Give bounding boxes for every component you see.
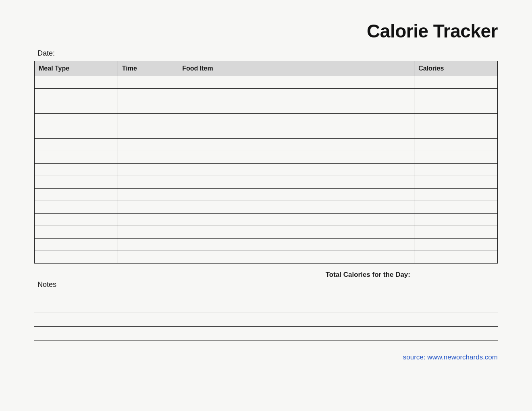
notes-label: Notes [34,280,498,289]
table-row [35,164,498,176]
cell-calories[interactable] [414,189,498,201]
table-row [35,189,498,201]
cell-calories[interactable] [414,164,498,176]
cell-time[interactable] [118,126,178,139]
date-label: Date: [34,49,498,58]
cell-time[interactable] [118,176,178,189]
cell-food_item[interactable] [178,201,414,214]
table-row [35,76,498,89]
col-header-fooditem: Food Item [178,61,414,76]
cell-time[interactable] [118,189,178,201]
cell-time[interactable] [118,239,178,251]
cell-food_item[interactable] [178,164,414,176]
cell-meal_type[interactable] [35,176,118,189]
source-link[interactable]: source: www.neworchards.com [403,353,498,361]
cell-calories[interactable] [414,214,498,226]
table-row [35,126,498,139]
table-row [35,101,498,114]
cell-time[interactable] [118,251,178,264]
cell-meal_type[interactable] [35,114,118,126]
table-row [35,201,498,214]
total-label: Total Calories for the Day: [34,271,414,279]
cell-time[interactable] [118,114,178,126]
note-line[interactable] [34,328,498,340]
source-link-wrap: source: www.neworchards.com [34,353,498,361]
table-row [35,89,498,101]
page-title: Calorie Tracker [34,20,498,42]
cell-food_item[interactable] [178,151,414,164]
table-row [35,214,498,226]
total-row: Total Calories for the Day: [34,271,498,279]
cell-meal_type[interactable] [35,189,118,201]
cell-meal_type[interactable] [35,239,118,251]
cell-meal_type[interactable] [35,251,118,264]
cell-meal_type[interactable] [35,226,118,239]
cell-time[interactable] [118,76,178,89]
table-row [35,176,498,189]
table-row [35,239,498,251]
cell-meal_type[interactable] [35,89,118,101]
cell-meal_type[interactable] [35,139,118,151]
total-value [414,271,498,279]
cell-meal_type[interactable] [35,201,118,214]
cell-calories[interactable] [414,126,498,139]
cell-time[interactable] [118,151,178,164]
table-row [35,251,498,264]
table-row [35,139,498,151]
table-row [35,151,498,164]
cell-time[interactable] [118,139,178,151]
cell-time[interactable] [118,89,178,101]
cell-food_item[interactable] [178,226,414,239]
cell-meal_type[interactable] [35,164,118,176]
cell-food_item[interactable] [178,251,414,264]
cell-calories[interactable] [414,151,498,164]
col-header-time: Time [118,61,178,76]
cell-time[interactable] [118,201,178,214]
cell-calories[interactable] [414,239,498,251]
cell-meal_type[interactable] [35,76,118,89]
cell-food_item[interactable] [178,239,414,251]
cell-time[interactable] [118,214,178,226]
note-line[interactable] [34,300,498,313]
cell-calories[interactable] [414,226,498,239]
cell-calories[interactable] [414,76,498,89]
table-header-row: Meal Type Time Food Item Calories [35,61,498,76]
cell-calories[interactable] [414,176,498,189]
cell-calories[interactable] [414,101,498,114]
cell-time[interactable] [118,226,178,239]
cell-food_item[interactable] [178,189,414,201]
cell-food_item[interactable] [178,214,414,226]
cell-food_item[interactable] [178,89,414,101]
cell-time[interactable] [118,101,178,114]
cell-calories[interactable] [414,114,498,126]
cell-calories[interactable] [414,201,498,214]
cell-calories[interactable] [414,139,498,151]
cell-time[interactable] [118,164,178,176]
cell-food_item[interactable] [178,114,414,126]
cell-food_item[interactable] [178,176,414,189]
cell-calories[interactable] [414,89,498,101]
cell-food_item[interactable] [178,101,414,114]
table-row [35,226,498,239]
cell-food_item[interactable] [178,126,414,139]
cell-meal_type[interactable] [35,214,118,226]
cell-meal_type[interactable] [35,101,118,114]
cell-food_item[interactable] [178,139,414,151]
calorie-table: Meal Type Time Food Item Calories [34,61,498,264]
table-row [35,114,498,126]
col-header-calories: Calories [414,61,498,76]
cell-meal_type[interactable] [35,151,118,164]
col-header-mealtype: Meal Type [35,61,118,76]
cell-calories[interactable] [414,251,498,264]
note-line[interactable] [34,314,498,327]
cell-food_item[interactable] [178,76,414,89]
cell-meal_type[interactable] [35,126,118,139]
